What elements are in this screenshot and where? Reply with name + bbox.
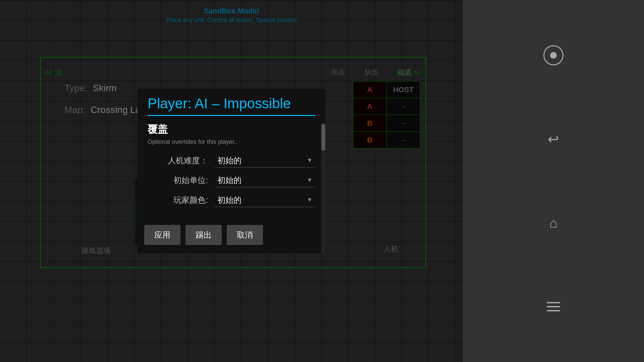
initial-units-arrow: ▼ bbox=[307, 177, 313, 184]
player-color-select[interactable]: 初始的 ▼ bbox=[215, 193, 315, 207]
ai-difficulty-select[interactable]: 初始的 ▼ bbox=[215, 154, 315, 168]
modal-overlay: Player: AI – Impossible 覆盖 Optional over… bbox=[0, 0, 463, 362]
record-button[interactable] bbox=[543, 45, 564, 65]
modal-scrollbar[interactable] bbox=[321, 122, 325, 253]
player-color-value: 初始的 bbox=[217, 195, 241, 205]
menu-lines-icon bbox=[547, 302, 560, 311]
ai-difficulty-label: 人机难度： bbox=[148, 155, 208, 166]
initial-units-row: 初始单位: 初始的 ▼ bbox=[148, 174, 315, 187]
ai-difficulty-row: 人机难度： 初始的 ▼ bbox=[148, 154, 315, 168]
initial-units-label: 初始单位: bbox=[148, 175, 208, 186]
apply-button[interactable]: 应用 bbox=[144, 225, 180, 245]
player-color-label: 玩家颜色: bbox=[148, 195, 208, 205]
cancel-button[interactable]: 取消 bbox=[227, 225, 263, 245]
player-color-arrow: ▼ bbox=[307, 196, 313, 203]
initial-units-select[interactable]: 初始的 ▼ bbox=[215, 174, 315, 187]
player-color-row: 玩家颜色: 初始的 ▼ bbox=[148, 193, 315, 207]
modal-scroll-thumb bbox=[321, 124, 325, 151]
right-sidebar: ↩ ⌂ bbox=[463, 0, 644, 362]
modal-section-subtitle: Optional overrides for this player.. bbox=[148, 138, 315, 145]
kick-button[interactable]: 踢出 bbox=[185, 225, 222, 245]
home-icon: ⌂ bbox=[549, 216, 557, 231]
modal-section-title: 覆盖 bbox=[148, 123, 315, 136]
home-button[interactable]: ⌂ bbox=[543, 213, 564, 233]
modal-header: Player: AI – Impossible bbox=[138, 89, 325, 116]
player-override-modal: Player: AI – Impossible 覆盖 Optional over… bbox=[138, 89, 325, 253]
ai-difficulty-value: 初始的 bbox=[217, 155, 241, 166]
record-dot-icon bbox=[550, 52, 557, 59]
ai-difficulty-arrow: ▼ bbox=[307, 157, 313, 164]
back-arrow-icon: ↩ bbox=[548, 131, 559, 147]
back-button[interactable]: ↩ bbox=[543, 129, 564, 149]
modal-body: 覆盖 Optional overrides for this player.. … bbox=[138, 116, 325, 222]
initial-units-value: 初始的 bbox=[217, 175, 241, 186]
menu-button[interactable] bbox=[543, 297, 564, 317]
modal-title: Player: AI – Impossible bbox=[148, 96, 315, 112]
modal-buttons: 应用 踢出 取消 bbox=[138, 222, 325, 253]
